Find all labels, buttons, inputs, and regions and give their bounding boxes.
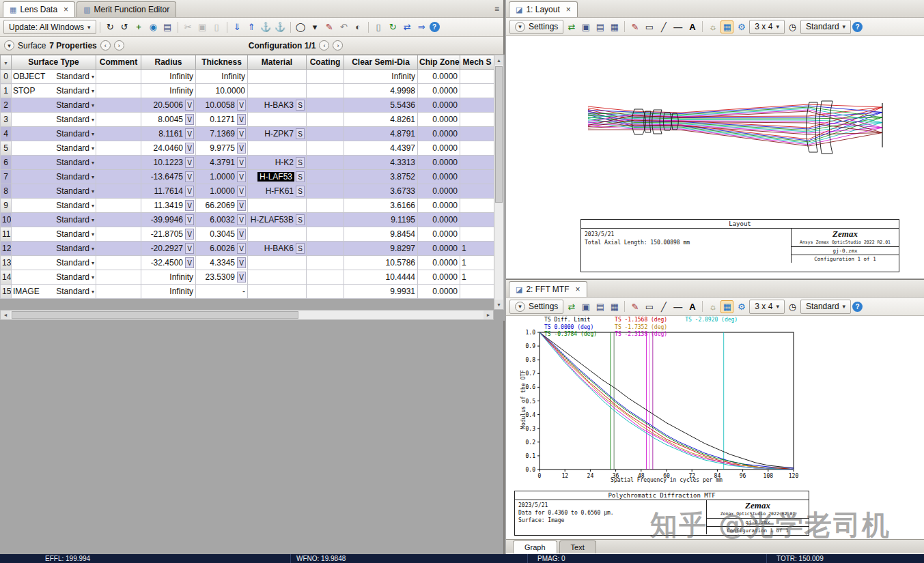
- cell-value[interactable]: 6.0032: [210, 215, 236, 225]
- comment-cell[interactable]: [96, 127, 141, 141]
- cell-value[interactable]: 0.0000: [432, 229, 458, 239]
- prev-config-button[interactable]: ‹: [319, 40, 329, 50]
- variable-flag[interactable]: V: [237, 214, 246, 225]
- surface-type-cell[interactable]: Standard▾: [12, 113, 96, 127]
- cell-value[interactable]: Infinity: [169, 72, 194, 81]
- variable-flag[interactable]: V: [185, 128, 194, 139]
- surface-type-cell[interactable]: Standard▾: [12, 213, 96, 227]
- cell-value[interactable]: 0.0000: [432, 172, 458, 182]
- table-vertical-scrollbar[interactable]: ▲ ▼: [494, 55, 504, 310]
- help-icon[interactable]: ?: [430, 22, 440, 32]
- surface-type-cell[interactable]: OBJECTStandard▾: [12, 70, 96, 84]
- column-header-radius[interactable]: Radius: [141, 55, 196, 70]
- row-number[interactable]: 7: [1, 170, 12, 184]
- cell-value[interactable]: 20.5006: [154, 100, 184, 110]
- mech-semi-dia-cell[interactable]: [460, 70, 494, 84]
- column-header-coating[interactable]: Coating: [307, 55, 344, 70]
- scrollbar-track[interactable]: [10, 311, 484, 319]
- coating-cell[interactable]: [307, 184, 344, 199]
- cell-value[interactable]: 9.9775: [210, 143, 236, 153]
- column-header-mech-s[interactable]: Mech S: [460, 55, 494, 70]
- update-icon[interactable]: ↻: [104, 20, 117, 33]
- mech-semi-dia-cell[interactable]: [460, 285, 494, 299]
- variable-flag[interactable]: V: [185, 200, 194, 211]
- clear-semi-dia-cell[interactable]: 4.8791: [344, 127, 418, 141]
- variable-flag[interactable]: V: [237, 128, 246, 139]
- print-icon[interactable]: ▦: [608, 300, 621, 313]
- coating-cell[interactable]: [307, 127, 344, 141]
- update-all-icon[interactable]: ↺: [118, 20, 131, 33]
- mech-semi-dia-cell[interactable]: [460, 184, 494, 199]
- pencil-icon[interactable]: ✎: [628, 300, 641, 313]
- mech-semi-dia-cell[interactable]: 1: [460, 242, 494, 256]
- cell-value[interactable]: 0.0000: [432, 129, 458, 139]
- substitute-flag[interactable]: S: [296, 157, 305, 168]
- variable-flag[interactable]: V: [237, 100, 246, 111]
- cell-value[interactable]: -13.6475: [151, 172, 184, 182]
- variable-flag[interactable]: V: [185, 157, 194, 168]
- save-image-icon[interactable]: ▤: [593, 20, 606, 33]
- row-number[interactable]: 10: [1, 213, 12, 227]
- scroll-down-button[interactable]: ▼: [494, 300, 503, 309]
- sync-icon[interactable]: ↻: [387, 20, 400, 33]
- chip-zone-cell[interactable]: 0.0000: [418, 113, 460, 127]
- clear-semi-dia-cell[interactable]: Infinity: [344, 70, 418, 84]
- chip-zone-cell[interactable]: 0.0000: [418, 242, 460, 256]
- radius-cell[interactable]: Infinity: [141, 285, 196, 299]
- clear-semi-dia-cell[interactable]: 5.5436: [344, 98, 418, 113]
- radius-cell[interactable]: -39.9946V: [141, 213, 196, 227]
- material-cell[interactable]: [248, 70, 307, 84]
- cell-value[interactable]: 23.5309: [206, 272, 236, 282]
- scroll-up-button[interactable]: ▲: [494, 55, 503, 65]
- glass-pencil-icon[interactable]: ✎: [323, 20, 336, 33]
- radius-cell[interactable]: Infinity: [141, 84, 196, 98]
- coating-cell[interactable]: [307, 113, 344, 127]
- cell-value[interactable]: 3.6166: [390, 201, 416, 210]
- coating-cell[interactable]: [307, 84, 344, 98]
- thickness-cell[interactable]: 9.9775V: [196, 141, 248, 156]
- cell-value[interactable]: -39.9946: [151, 215, 184, 225]
- coating-cell[interactable]: [307, 141, 344, 156]
- row-number[interactable]: 8: [1, 184, 12, 199]
- comment-cell[interactable]: [96, 70, 141, 84]
- thickness-cell[interactable]: 4.3345V: [196, 256, 248, 270]
- row-number[interactable]: 1: [1, 84, 12, 98]
- cell-value[interactable]: 4.4397: [390, 143, 416, 153]
- radius-cell[interactable]: 8.1161V: [141, 127, 196, 141]
- cell-value[interactable]: H-LAF53: [257, 172, 294, 182]
- grid-icon[interactable]: ▦: [720, 300, 733, 313]
- help-icon[interactable]: ?: [852, 302, 863, 312]
- mech-semi-dia-cell[interactable]: [460, 141, 494, 156]
- close-icon[interactable]: ×: [64, 6, 68, 13]
- column-header-surface-type[interactable]: Surface Type: [12, 55, 96, 70]
- thickness-cell[interactable]: -: [196, 285, 248, 299]
- cell-value[interactable]: 10.0000: [216, 86, 246, 96]
- scrollbar-thumb[interactable]: [12, 311, 298, 319]
- cell-value[interactable]: 9.8454: [390, 229, 416, 239]
- comment-cell[interactable]: [96, 227, 141, 242]
- cell-value[interactable]: 4.3791: [210, 158, 236, 167]
- cell-value[interactable]: 9.8297: [390, 244, 416, 253]
- variable-flag[interactable]: V: [185, 243, 194, 254]
- cell-value[interactable]: H-BAK3: [264, 100, 294, 110]
- editor-menu-icon[interactable]: ≡: [494, 4, 499, 14]
- substitute-flag[interactable]: S: [296, 128, 305, 139]
- cell-value[interactable]: Infinity: [169, 287, 194, 296]
- mech-semi-dia-cell[interactable]: 1: [460, 256, 494, 270]
- thickness-cell[interactable]: 1.0000V: [196, 184, 248, 199]
- delete-surface-icon[interactable]: ⚓: [260, 20, 272, 33]
- settings-dropdown[interactable]: ▾ Settings: [509, 300, 563, 314]
- mech-semi-dia-cell[interactable]: [460, 199, 494, 213]
- clear-semi-dia-cell[interactable]: 4.9998: [344, 84, 418, 98]
- variable-flag[interactable]: V: [185, 100, 194, 111]
- material-cell[interactable]: H-ZPK7S: [248, 127, 307, 141]
- coating-cell[interactable]: [307, 170, 344, 184]
- material-cell[interactable]: [248, 113, 307, 127]
- row-number[interactable]: 2: [1, 98, 12, 113]
- column-header-clear-semi-dia[interactable]: Clear Semi-Dia: [344, 55, 418, 70]
- variable-flag[interactable]: V: [237, 229, 246, 240]
- line-icon[interactable]: ╱: [657, 20, 670, 33]
- save-image-icon[interactable]: ▤: [593, 300, 606, 313]
- cell-value[interactable]: 0.0000: [432, 201, 458, 210]
- variable-flag[interactable]: V: [237, 143, 246, 154]
